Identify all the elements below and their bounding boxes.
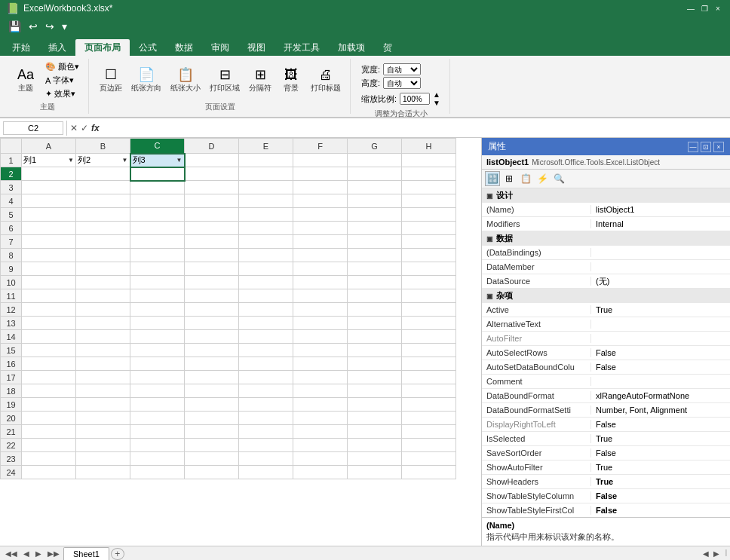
cell-A16[interactable]	[22, 357, 76, 371]
theme-button[interactable]: Aa 主题	[12, 66, 39, 95]
cell-A21[interactable]	[22, 425, 76, 439]
width-select[interactable]: 自动	[383, 63, 421, 75]
row-header-24[interactable]: 24	[1, 466, 22, 479]
prop-row[interactable]: ShowHeadersTrue	[482, 475, 730, 489]
cell-B10[interactable]	[76, 276, 130, 289]
row-header-20[interactable]: 20	[1, 412, 22, 425]
cell-A1-dropdown[interactable]: ▼	[68, 157, 74, 164]
cell-C17[interactable]	[130, 371, 185, 384]
cell-D19[interactable]	[185, 398, 239, 412]
cell-C13[interactable]	[130, 317, 185, 330]
cell-C24[interactable]	[130, 466, 185, 479]
prop-row[interactable]: DisplayRightToLeftFalse	[482, 418, 730, 432]
cell-F22[interactable]	[293, 439, 348, 452]
properties-maximize-btn[interactable]: ⊡	[701, 142, 711, 152]
cell-H11[interactable]	[402, 289, 456, 303]
prop-section-misc[interactable]: ▣ 杂项	[482, 289, 730, 303]
row-header-1[interactable]: 1	[1, 154, 22, 167]
formula-confirm-icon[interactable]: ✓	[81, 123, 88, 133]
row-header-9[interactable]: 9	[1, 262, 22, 276]
cell-E17[interactable]	[239, 371, 293, 384]
cell-D20[interactable]	[185, 412, 239, 425]
margins-button[interactable]: ☐ 页边距	[97, 66, 125, 95]
cell-D17[interactable]	[185, 371, 239, 384]
cell-G10[interactable]	[348, 276, 402, 289]
cell-G22[interactable]	[348, 439, 402, 452]
cell-A7[interactable]	[22, 235, 76, 249]
cell-D13[interactable]	[185, 317, 239, 330]
scale-input[interactable]	[400, 93, 430, 105]
cell-G23[interactable]	[348, 452, 402, 466]
prop-events-btn[interactable]: ⚡	[535, 171, 550, 186]
cell-E9[interactable]	[239, 262, 293, 276]
cell-G7[interactable]	[348, 235, 402, 249]
cell-G16[interactable]	[348, 357, 402, 371]
prop-section-design[interactable]: ▣ 设计	[482, 188, 730, 203]
cell-B18[interactable]	[76, 384, 130, 398]
cell-A4[interactable]	[22, 194, 76, 208]
cell-C15[interactable]	[130, 344, 185, 357]
close-button[interactable]: ×	[712, 2, 724, 14]
cell-F17[interactable]	[293, 371, 348, 384]
tab-addins[interactable]: 加载项	[329, 39, 374, 56]
row-header-7[interactable]: 7	[1, 235, 22, 249]
cell-A8[interactable]	[22, 249, 76, 262]
cell-G19[interactable]	[348, 398, 402, 412]
cell-B7[interactable]	[76, 235, 130, 249]
undo-qa-button[interactable]: ↩	[26, 20, 40, 33]
scroll-right-btn[interactable]: ▶	[712, 549, 721, 558]
fonts-button[interactable]: A 字体▾	[42, 74, 82, 87]
sheet-nav-prev[interactable]: ◀	[21, 549, 32, 558]
cell-F15[interactable]	[293, 344, 348, 357]
row-header-4[interactable]: 4	[1, 194, 22, 208]
add-sheet-button[interactable]: +	[111, 548, 124, 560]
cell-H14[interactable]	[402, 330, 456, 344]
cell-F12[interactable]	[293, 303, 348, 317]
cell-F7[interactable]	[293, 235, 348, 249]
cell-H2[interactable]	[402, 167, 456, 181]
cell-A11[interactable]	[22, 289, 76, 303]
row-header-15[interactable]: 15	[1, 344, 22, 357]
prop-row[interactable]: Comment	[482, 375, 730, 389]
cell-D4[interactable]	[185, 194, 239, 208]
cell-C2[interactable]	[130, 167, 185, 181]
row-header-19[interactable]: 19	[1, 398, 22, 412]
cell-E20[interactable]	[239, 412, 293, 425]
cell-H21[interactable]	[402, 425, 456, 439]
cell-D5[interactable]	[185, 208, 239, 222]
cell-B9[interactable]	[76, 262, 130, 276]
cell-B12[interactable]	[76, 303, 130, 317]
cell-F21[interactable]	[293, 425, 348, 439]
cell-F3[interactable]	[293, 181, 348, 194]
cell-C21[interactable]	[130, 425, 185, 439]
print-titles-button[interactable]: 🖨 打印标题	[308, 66, 344, 95]
cell-F10[interactable]	[293, 276, 348, 289]
cell-A1[interactable]: 列1 ▼	[22, 154, 76, 167]
cell-F20[interactable]	[293, 412, 348, 425]
formula-cancel-icon[interactable]: ✕	[70, 123, 78, 133]
cell-H19[interactable]	[402, 398, 456, 412]
cell-B8[interactable]	[76, 249, 130, 262]
cell-B15[interactable]	[76, 344, 130, 357]
cell-E23[interactable]	[239, 452, 293, 466]
cell-C4[interactable]	[130, 194, 185, 208]
formula-input[interactable]	[103, 121, 727, 135]
cell-B1[interactable]: 列2 ▼	[76, 154, 130, 167]
cell-F2[interactable]	[293, 167, 348, 181]
cell-A17[interactable]	[22, 371, 76, 384]
tab-insert[interactable]: 插入	[39, 39, 75, 56]
col-header-G[interactable]: G	[348, 139, 402, 154]
cell-G5[interactable]	[348, 208, 402, 222]
cell-C11[interactable]	[130, 289, 185, 303]
cell-D14[interactable]	[185, 330, 239, 344]
col-header-C[interactable]: C	[130, 139, 185, 154]
tab-home[interactable]: 开始	[3, 39, 39, 56]
row-header-16[interactable]: 16	[1, 357, 22, 371]
cell-G4[interactable]	[348, 194, 402, 208]
row-header-3[interactable]: 3	[1, 181, 22, 194]
more-qa-button[interactable]: ▾	[60, 20, 69, 33]
prop-search-btn[interactable]: 🔍	[551, 171, 566, 186]
prop-row[interactable]: AlternativeText	[482, 317, 730, 332]
cell-H12[interactable]	[402, 303, 456, 317]
cell-E6[interactable]	[239, 222, 293, 235]
